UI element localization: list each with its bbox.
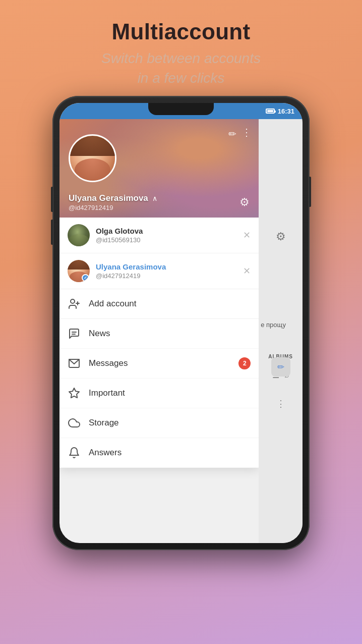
volume-up-button: [51, 187, 53, 212]
profile-info-bar: Ulyana Gerasimova ∧ @id427912419 ⚙: [69, 193, 250, 211]
page-container: Multiaccount Switch between accounts in …: [0, 0, 362, 644]
phone-wrapper: 16:31: [52, 96, 310, 550]
remove-olga-button[interactable]: ✕: [243, 230, 251, 241]
main-panel: ✏ ⋮ Ulyana Gerasimova ∧ @id427912419: [59, 119, 259, 543]
add-account-icon: [68, 297, 81, 310]
ulyana-avatar: ✓: [68, 260, 90, 282]
svg-point-0: [71, 299, 75, 303]
ulyana-id: @id427912419: [96, 272, 237, 280]
top-section: Multiaccount Switch between accounts in …: [0, 0, 362, 96]
storage-icon: [68, 416, 81, 430]
answers-label: Answers: [89, 448, 251, 458]
add-account-item[interactable]: Add account: [59, 289, 259, 319]
page-title: Multiaccount: [30, 19, 332, 44]
battery-icon: [266, 109, 275, 114]
right-panel: ⚙ е прощу ALBUMS ☰ ⌕ ✏ ⋮: [259, 119, 303, 543]
profile-avatar[interactable]: [69, 134, 116, 182]
phone-notch: [148, 103, 214, 115]
add-account-label: Add account: [89, 299, 137, 309]
right-gear-icon[interactable]: ⚙: [276, 230, 286, 243]
profile-header: ✏ ⋮ Ulyana Gerasimova ∧ @id427912419: [59, 119, 259, 218]
olga-avatar: [68, 224, 90, 246]
profile-chevron-icon: ∧: [152, 194, 157, 202]
account-item-ulyana[interactable]: ✓ Ulyana Gerasimova @id427912419 ✕: [59, 253, 259, 289]
profile-name-area[interactable]: Ulyana Gerasimova ∧ @id427912419: [69, 193, 157, 211]
more-options-button[interactable]: ⋮: [242, 127, 252, 137]
messages-label: Messages: [89, 358, 230, 368]
news-menu-item[interactable]: News: [59, 319, 259, 349]
news-label: News: [89, 329, 251, 339]
active-account-badge: ✓: [82, 274, 89, 282]
ulyana-info: Ulyana Gerasimova @id427912419: [96, 262, 237, 280]
svg-marker-6: [69, 388, 79, 398]
answers-icon: [68, 446, 81, 459]
olga-name: Olga Glotova: [96, 227, 237, 235]
edit-profile-button[interactable]: ✏: [228, 128, 236, 140]
olga-info: Olga Glotova @id150569130: [96, 227, 237, 244]
account-item-olga[interactable]: Olga Glotova @id150569130 ✕: [59, 218, 259, 253]
power-button: [309, 177, 311, 207]
russian-text-fragment: е прощу: [261, 321, 286, 329]
right-more-button[interactable]: ⋮: [276, 398, 285, 409]
news-icon: [68, 327, 81, 340]
profile-display-name: Ulyana Gerasimova: [69, 193, 148, 203]
phone-screen: 16:31: [59, 103, 303, 543]
screen-content: ✏ ⋮ Ulyana Gerasimova ∧ @id427912419: [59, 119, 303, 543]
important-menu-item[interactable]: Important: [59, 379, 259, 408]
right-edit-button[interactable]: ✏: [271, 357, 290, 377]
messages-menu-item[interactable]: Messages 2: [59, 349, 259, 379]
answers-menu-item[interactable]: Answers: [59, 438, 259, 468]
ulyana-name: Ulyana Gerasimova: [96, 262, 237, 271]
profile-settings-button[interactable]: ⚙: [239, 196, 250, 209]
messages-badge: 2: [238, 357, 251, 369]
important-icon: [68, 387, 81, 400]
important-label: Important: [89, 388, 251, 398]
volume-down-button: [51, 220, 53, 245]
remove-ulyana-button[interactable]: ✕: [243, 265, 251, 277]
messages-icon: [68, 357, 81, 370]
status-time: 16:31: [278, 108, 294, 115]
olga-id: @id150569130: [96, 236, 237, 244]
storage-label: Storage: [89, 418, 251, 428]
dropdown-menu: Olga Glotova @id150569130 ✕ ✓: [59, 218, 259, 468]
page-subtitle: Switch between accounts in a few clicks: [30, 48, 332, 88]
storage-menu-item[interactable]: Storage: [59, 408, 259, 438]
profile-user-id: @id427912419: [69, 204, 157, 211]
